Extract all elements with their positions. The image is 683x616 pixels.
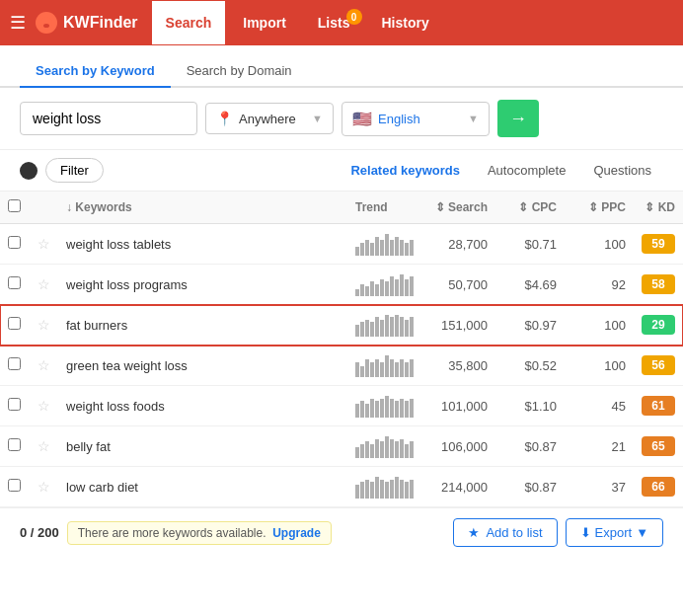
trend-bar xyxy=(405,444,409,458)
row-checkbox-0[interactable] xyxy=(8,236,21,249)
select-all-checkbox[interactable] xyxy=(8,199,21,212)
row-checkbox-3[interactable] xyxy=(8,357,21,370)
header-search[interactable]: ⇕ Search xyxy=(426,192,495,224)
favorite-star-icon[interactable]: ☆ xyxy=(38,438,50,454)
cpc-value: $0.71 xyxy=(524,237,557,252)
search-go-button[interactable]: → xyxy=(497,100,539,137)
trend-bar xyxy=(365,404,369,418)
row-check-cell xyxy=(0,346,30,386)
kd-badge: 58 xyxy=(642,274,675,294)
header-ppc[interactable]: ⇕ PPC xyxy=(565,192,634,224)
trend-bar xyxy=(385,281,389,296)
logo: KWFinder xyxy=(36,12,138,34)
trend-cell xyxy=(347,386,426,426)
menu-icon[interactable]: ☰ xyxy=(10,12,26,34)
trend-bar xyxy=(375,477,379,499)
cpc-cell: $0.52 xyxy=(495,346,565,386)
ppc-value: 45 xyxy=(612,399,626,414)
tab-search-by-keyword[interactable]: Search by Keyword xyxy=(20,55,171,88)
favorite-star-icon[interactable]: ☆ xyxy=(38,357,50,373)
tab-search-by-domain[interactable]: Search by Domain xyxy=(171,55,308,88)
download-icon: ⬇ xyxy=(580,525,591,540)
filter-button[interactable]: Filter xyxy=(45,158,104,183)
trend-bar xyxy=(380,279,384,296)
header-keywords[interactable]: ↓ Keywords xyxy=(58,192,347,224)
star-add-icon: ★ xyxy=(468,525,480,540)
ppc-cell: 92 xyxy=(565,265,634,305)
language-select[interactable]: 🇺🇸 English ▼ xyxy=(342,102,490,136)
trend-bar xyxy=(365,359,369,377)
trend-bar xyxy=(405,401,409,418)
nav-history[interactable]: History xyxy=(368,1,443,44)
kd-badge: 59 xyxy=(642,234,675,254)
trend-chart xyxy=(355,272,418,296)
trend-bar xyxy=(370,322,374,337)
favorite-star-icon[interactable]: ☆ xyxy=(38,479,50,495)
keyword-input[interactable] xyxy=(20,102,197,135)
header-cpc[interactable]: ⇕ CPC xyxy=(495,192,565,224)
search-tabs: Search by Keyword Search by Domain xyxy=(0,45,683,88)
cpc-value: $0.87 xyxy=(524,480,557,495)
pin-icon: 📍 xyxy=(216,111,233,126)
table-row: ☆ belly fat 106,000 $0.87 21 65 xyxy=(0,426,683,467)
lang-flag: 🇺🇸 xyxy=(352,110,372,128)
row-checkbox-4[interactable] xyxy=(8,398,21,411)
table-body: ☆ weight loss tablets 28,700 $0.71 100 5… xyxy=(0,224,683,507)
keyword-type-tabs: Related keywords Autocomplete Questions xyxy=(339,158,663,183)
trend-bar xyxy=(385,355,389,377)
keywords-table-wrapper: ↓ Keywords Trend ⇕ Search ⇕ CPC ⇕ PPC ⇕ … xyxy=(0,192,683,507)
search-volume-cell: 151,000 xyxy=(426,305,495,346)
trend-chart xyxy=(355,434,418,458)
trend-chart xyxy=(355,232,418,256)
row-checkbox-2[interactable] xyxy=(8,317,21,330)
ppc-value: 100 xyxy=(604,318,626,333)
header-trend: Trend xyxy=(347,192,426,224)
trend-bar xyxy=(355,247,359,256)
filter-left: Filter xyxy=(20,158,104,183)
tab-questions[interactable]: Questions xyxy=(581,158,663,183)
nav-import[interactable]: Import xyxy=(229,1,300,44)
favorite-star-icon[interactable]: ☆ xyxy=(38,317,50,333)
kd-badge: 56 xyxy=(642,355,675,375)
trend-bar xyxy=(380,441,384,458)
trend-bar xyxy=(380,240,384,256)
trend-bar xyxy=(400,317,404,337)
trend-cell xyxy=(347,426,426,467)
trend-bar xyxy=(375,237,379,256)
row-check-cell xyxy=(0,265,30,305)
table-row: ☆ weight loss tablets 28,700 $0.71 100 5… xyxy=(0,224,683,265)
header-kd[interactable]: ⇕ KD xyxy=(634,192,683,224)
cpc-cell: $0.97 xyxy=(495,305,565,346)
tab-autocomplete[interactable]: Autocomplete xyxy=(476,158,578,183)
tab-related-keywords[interactable]: Related keywords xyxy=(339,158,472,183)
nav-search[interactable]: Search xyxy=(152,1,226,44)
trend-bar xyxy=(400,399,404,418)
row-checkbox-5[interactable] xyxy=(8,438,21,451)
trend-bar xyxy=(370,243,374,256)
kd-badge: 29 xyxy=(642,315,675,335)
table-row: ☆ weight loss foods 101,000 $1.10 45 61 xyxy=(0,386,683,426)
favorite-star-icon[interactable]: ☆ xyxy=(38,276,50,292)
upgrade-link[interactable]: Upgrade xyxy=(272,526,321,540)
add-to-list-button[interactable]: ★ Add to list xyxy=(453,518,557,547)
trend-bar xyxy=(355,404,359,418)
row-checkbox-1[interactable] xyxy=(8,276,21,289)
export-button[interactable]: ⬇ Export ▼ xyxy=(566,518,663,547)
location-select[interactable]: 📍 Anywhere ▼ xyxy=(205,103,334,134)
nav-lists[interactable]: Lists 0 xyxy=(304,1,364,44)
favorite-star-icon[interactable]: ☆ xyxy=(38,398,50,414)
trend-bar xyxy=(370,399,374,418)
row-check-cell xyxy=(0,224,30,265)
trend-bar xyxy=(365,286,369,296)
trend-cell xyxy=(347,224,426,265)
trend-bar xyxy=(375,401,379,418)
trend-bar xyxy=(410,317,414,337)
keyword-cell: weight loss tablets xyxy=(58,224,347,265)
favorite-star-icon[interactable]: ☆ xyxy=(38,236,50,252)
row-check-cell xyxy=(0,305,30,346)
trend-bar xyxy=(405,243,409,256)
trend-bar xyxy=(365,240,369,256)
search-volume-cell: 106,000 xyxy=(426,426,495,467)
keyword-text: weight loss foods xyxy=(66,399,165,414)
row-checkbox-6[interactable] xyxy=(8,479,21,492)
